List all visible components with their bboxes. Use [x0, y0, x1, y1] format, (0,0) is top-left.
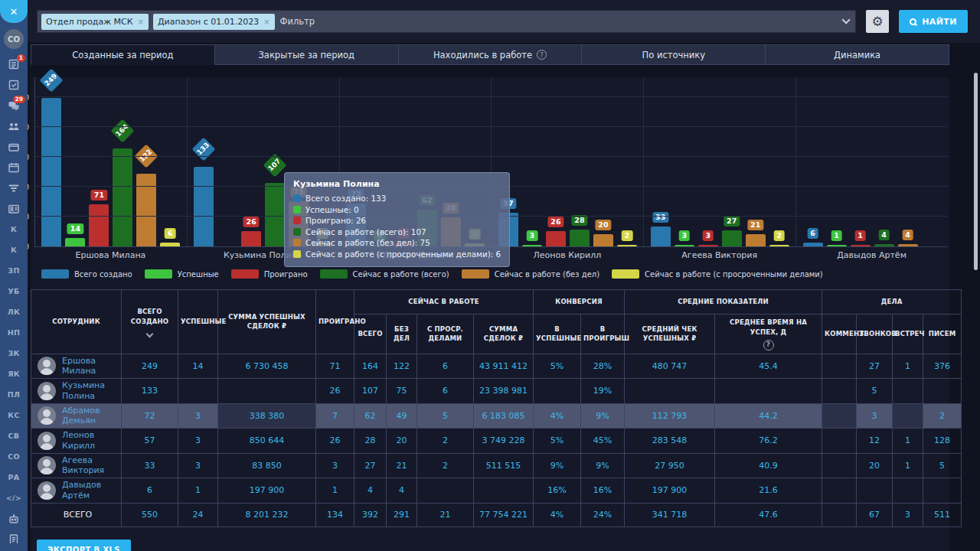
value-cell [822, 478, 857, 504]
tab-4[interactable]: По источнику [582, 44, 766, 65]
bar-Проиграно[interactable] [851, 245, 871, 246]
settings-button[interactable]: ⚙ [866, 10, 889, 33]
bar-Всего создано[interactable] [194, 167, 214, 246]
tab-2[interactable]: Закрытые за период [215, 44, 399, 65]
sidebar-item-tasks[interactable] [0, 74, 28, 95]
bar-Сейчас в работе (всего)[interactable] [265, 183, 285, 246]
bar-Проиграно[interactable] [89, 204, 109, 246]
subcol-5: В УСПЕШНЫЕ [534, 315, 581, 354]
sidebar-item-уб[interactable]: УБ [0, 281, 28, 302]
bar-Сейчас в работе (с просроченными делами)[interactable] [769, 245, 789, 246]
search-button[interactable]: НАЙТИ [899, 10, 968, 33]
tab-3[interactable]: Находились в работе? [399, 44, 583, 65]
bar-Проиграно[interactable] [546, 231, 566, 246]
help-icon[interactable]: ? [763, 340, 774, 350]
sidebar-item-зп[interactable]: ЗП [0, 260, 28, 281]
bar-Успешные[interactable] [65, 238, 85, 246]
sidebar-item-нп[interactable]: НП [0, 322, 28, 343]
sidebar: ✕ CO 129ККЗПУБЛКНПЗКЯКПЛКССВСОРА</>ОЗППП… [0, 0, 28, 551]
employee-link[interactable]: Абрамов Демьян [62, 406, 118, 427]
bar-Сейчас в работе (без дел)[interactable] [746, 234, 766, 246]
employee-link[interactable]: Леонов Кирилл [62, 430, 118, 452]
chip-close-icon[interactable]: × [138, 18, 144, 26]
employee-link[interactable]: Давыдов Артём [62, 480, 118, 501]
value-cell: 16% [581, 478, 625, 504]
bar-Сейчас в работе (без дел)[interactable] [898, 244, 918, 246]
sidebar-item-label: УБ [8, 287, 19, 295]
bar-Сейчас в работе (всего)[interactable] [570, 230, 590, 246]
bar-Сейчас в работе (без дел)[interactable] [136, 174, 156, 246]
user-avatar[interactable]: CO [4, 29, 24, 49]
group-conversion: КОНВЕРСИЯ [534, 290, 625, 315]
bar-Успешные[interactable] [522, 245, 542, 246]
bar-Сейчас в работе (всего)[interactable] [113, 148, 132, 246]
tooltip-row: Всего создано: 133 [293, 193, 501, 204]
legend-item[interactable]: Сейчас в работе (с просроченными делами) [612, 269, 823, 279]
tab-5[interactable]: Динамика [766, 44, 949, 65]
sidebar-item-people[interactable] [0, 116, 28, 136]
group-activities: ДЕЛА [822, 290, 962, 315]
sidebar-item-</>[interactable]: </> [0, 487, 28, 508]
sidebar-item-news[interactable]: 1 [0, 54, 28, 74]
sidebar-item-document[interactable] [0, 529, 28, 543]
sidebar-item-со[interactable]: СО [0, 446, 28, 467]
value-cell: 71 [316, 354, 354, 379]
sidebar-item-св[interactable]: СВ [0, 425, 28, 446]
bar-Успешные[interactable] [675, 245, 694, 246]
legend-item[interactable]: Успешные [145, 269, 219, 279]
export-xls-button[interactable]: ЭКСПОРТ В XLS [37, 540, 131, 551]
subcol-4: СУММА СДЕЛОК ₽ [474, 315, 534, 354]
help-icon[interactable]: ? [537, 50, 547, 60]
bar-Всего создано[interactable] [651, 227, 671, 246]
close-button[interactable]: ✕ [0, 0, 28, 23]
sidebar-item-robot[interactable] [0, 508, 28, 529]
filter-input[interactable]: Отдел продаж МСК×Диапазон с 01.01.2023× … [37, 10, 856, 33]
tooltip-title: Кузьмина Полина [293, 179, 501, 189]
legend-item[interactable]: Всего создано [41, 269, 132, 279]
employee-link[interactable]: Кузьмина Полина [62, 380, 118, 402]
sidebar-item-як[interactable]: ЯК [0, 364, 28, 384]
value-cell: 26 [316, 429, 354, 454]
sidebar-item-ра[interactable]: РА [0, 467, 28, 487]
subcol-7: СРЕДНИЙ ЧЕК УСПЕШНЫХ ₽ [625, 315, 715, 354]
sidebar-item-зк[interactable]: ЗК [0, 343, 28, 364]
sidebar-item-calendar[interactable] [0, 157, 28, 178]
sidebar-item-wallet[interactable] [0, 136, 28, 157]
value-cell: 76.2 [715, 429, 822, 454]
employee-link[interactable]: Агеева Виктория [62, 455, 118, 477]
legend-item[interactable]: Сейчас в работе (всего) [320, 269, 449, 279]
sidebar-item-лк[interactable]: ЛК [0, 302, 28, 322]
sidebar-item-пл[interactable]: ПЛ [0, 384, 28, 405]
bar-Сейчас в работе (всего)[interactable] [722, 230, 742, 246]
sidebar-item-кс[interactable]: КС [0, 405, 28, 425]
sidebar-item-chat[interactable]: 29 [0, 95, 28, 116]
robot-icon [8, 513, 20, 525]
chart-gridline [35, 96, 948, 97]
bar-Проиграно[interactable] [698, 245, 718, 246]
bar-Сейчас в работе (с просроченными делами)[interactable] [160, 243, 180, 246]
sidebar-item-к[interactable]: К [0, 219, 28, 240]
bar-Сейчас в работе (с просроченными делами)[interactable] [617, 245, 637, 246]
employee-link[interactable]: Ершова Милана [62, 356, 118, 377]
legend-item[interactable]: Сейчас в работе (без дел) [462, 269, 599, 279]
chip-close-icon[interactable]: × [263, 18, 270, 26]
col-total-created[interactable]: ВСЕГО СОЗДАНО [122, 290, 178, 354]
filter-chip[interactable]: Диапазон с 01.01.2023× [153, 14, 275, 30]
bar-Всего создано[interactable] [41, 98, 61, 246]
sidebar-item-к[interactable]: К [0, 240, 28, 260]
value-cell: 2 [923, 403, 962, 429]
scrollbar-thumb[interactable] [974, 73, 978, 270]
bar-Всего создано[interactable] [803, 243, 823, 246]
filter-chip[interactable]: Отдел продаж МСК× [41, 14, 149, 30]
value-cell: 392 [354, 503, 387, 527]
bar-Сейчас в работе (без дел)[interactable] [593, 234, 613, 246]
bar-Сейчас в работе (всего)[interactable] [874, 244, 894, 246]
chart-gridline [35, 156, 948, 157]
tab-1[interactable]: Созданные за период [31, 44, 215, 65]
sidebar-item-funnel[interactable] [0, 178, 28, 198]
legend-item[interactable]: Проиграно [231, 269, 308, 279]
sidebar-item-contact-card[interactable] [0, 198, 28, 219]
chevron-down-icon[interactable] [841, 15, 850, 24]
bar-Проиграно[interactable] [241, 231, 261, 246]
bar-Успешные[interactable] [827, 245, 847, 246]
